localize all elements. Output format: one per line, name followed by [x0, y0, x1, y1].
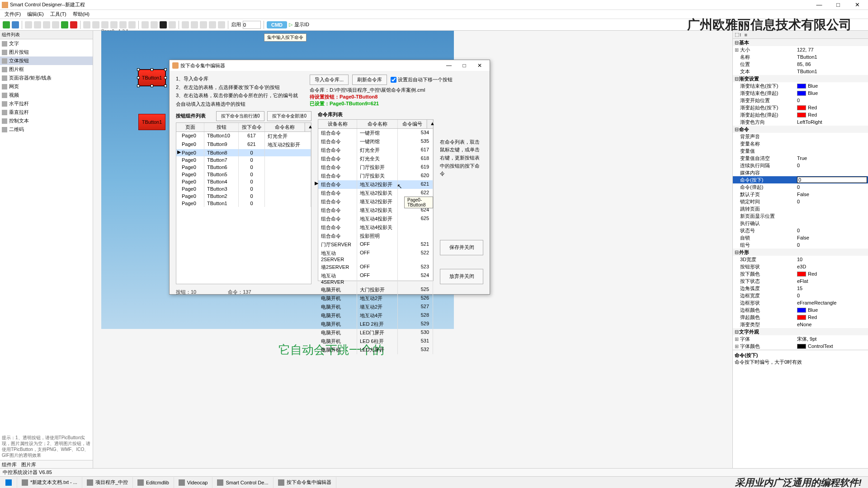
prop-row[interactable]: 变量值 [733, 147, 868, 155]
close-button[interactable]: ✕ [848, 0, 866, 9]
button-row[interactable]: Page0TButton40 [176, 178, 311, 185]
prop-row[interactable]: 边框颜色Blue [733, 306, 868, 314]
tb-icon[interactable] [25, 21, 32, 28]
component-item[interactable]: 页面容器/矩形/线条 [0, 74, 93, 82]
prop-row[interactable]: ⊞大小122, 77 [733, 46, 868, 53]
prop-row[interactable]: 渐变色方向LeftToRight [733, 118, 868, 126]
command-row[interactable]: 电脑开机地互动4开528 [318, 311, 433, 320]
auto-next-checkbox[interactable]: 设置后自动下移一个按钮 [391, 76, 453, 83]
command-row[interactable]: 组合命令灯光全开617 [318, 146, 433, 155]
command-row[interactable]: 电脑开机墙互动2开527 [318, 303, 433, 311]
command-row[interactable]: 电脑开机LED 2柱开529 [318, 320, 433, 328]
prop-row[interactable]: 按下颜色Red [733, 270, 868, 277]
prop-row[interactable]: 边角弧度15 [733, 285, 868, 292]
taskbar-item[interactable]: Editcmdlib [133, 477, 174, 488]
prop-row[interactable]: 按下状态eFlat [733, 277, 868, 285]
command-row[interactable]: ▶组合命令地互动2投影开621 [318, 180, 433, 189]
button-row[interactable]: Page0TButton10 [176, 200, 311, 207]
command-row[interactable]: 电脑开机LED门屏开530 [318, 328, 433, 337]
menu-tools[interactable]: 工具(T) [47, 10, 69, 19]
prop-row[interactable]: 命令(弹起)0 [733, 183, 868, 191]
prop-row[interactable]: 名称TButton1 [733, 53, 868, 61]
button-row[interactable]: Page0TButton20 [176, 192, 311, 200]
tb-align-icon[interactable] [92, 21, 99, 28]
command-row[interactable]: 组合命令地互动4投影开625 [318, 215, 433, 223]
tb-htick-icon[interactable] [182, 21, 189, 28]
prop-row[interactable]: 自锁False [733, 234, 868, 241]
clear-current-button[interactable]: 按下命令当前行清0 [216, 111, 265, 121]
dialog-maximize[interactable]: □ [457, 61, 472, 70]
tab-images[interactable]: 图片库 [21, 461, 36, 468]
tbutton2-shape[interactable]: TButton1 [138, 114, 165, 130]
command-row[interactable]: 门厅SERVEROFF521 [318, 240, 433, 249]
refresh-lib-button[interactable]: 刷新命令库 [352, 75, 387, 85]
tb-delete-icon[interactable] [70, 21, 77, 28]
component-item[interactable]: 水平拉杆 [0, 99, 93, 108]
command-row[interactable]: 组合命令投影照明 [318, 232, 433, 240]
component-item[interactable]: 立体按钮 [0, 56, 93, 65]
prop-row[interactable]: 命令(按下)0 [733, 176, 868, 183]
component-item[interactable]: 垂直拉杆 [0, 108, 93, 117]
prop-row[interactable]: 位置85, 86 [733, 61, 868, 68]
tb-paste-icon[interactable] [52, 21, 59, 28]
command-row[interactable]: 地互动2SERVEROFF522 [318, 249, 433, 263]
prop-row[interactable]: 按钮形状e3D [733, 263, 868, 270]
tab-components[interactable]: 组件库 [2, 461, 17, 468]
prop-row[interactable]: 3D宽度10 [733, 256, 868, 263]
prop-row[interactable]: 渐变起始色(按下)Red [733, 104, 868, 111]
command-row[interactable]: 电脑开机LED 6柱开531 [318, 337, 433, 346]
command-row[interactable]: 电脑开机LED大屏开532 [318, 346, 433, 354]
command-row[interactable]: 组合命令门厅投影开619 [318, 163, 433, 172]
component-item[interactable]: 视频 [0, 91, 93, 99]
command-row[interactable]: 电脑开机大门投影开525 [318, 286, 433, 294]
button-row[interactable]: Page0TButton50 [176, 171, 311, 178]
tb-align3-icon[interactable] [110, 21, 118, 28]
command-row[interactable]: 组合命令地互动4投影关 [318, 223, 433, 232]
command-row[interactable]: 组合命令一键开馆534 [318, 129, 433, 137]
start-button[interactable] [0, 477, 17, 488]
tb-new-icon[interactable] [3, 21, 10, 28]
prop-row[interactable]: ⊞字体颜色ControlText [733, 343, 868, 350]
button-row[interactable]: Page0TButton10617灯光全开 [176, 132, 311, 141]
tb-bars-icon[interactable] [209, 21, 216, 28]
save-close-button[interactable]: 保存并关闭 [440, 240, 483, 255]
prop-row[interactable]: 默认子页False [733, 191, 868, 198]
prop-row[interactable]: 边框形状eFrameRectangle [733, 299, 868, 306]
prop-row[interactable]: 连续执行间隔0 [733, 162, 868, 169]
tb-align5-icon[interactable] [128, 21, 136, 28]
prop-row[interactable]: 渐变起始色(弹起)Red [733, 111, 868, 118]
tb-layout-icon[interactable] [83, 21, 90, 28]
tb-ungroup-icon[interactable] [151, 21, 158, 28]
tb-line-icon[interactable] [169, 21, 176, 28]
tb-align4-icon[interactable] [119, 21, 127, 28]
menu-file[interactable]: 文件(F) [2, 10, 24, 19]
clear-all-button[interactable]: 按下命令全部清0 [267, 111, 311, 121]
command-row[interactable]: 组合命令灯光全关618 [318, 155, 433, 163]
discard-close-button[interactable]: 放弃并关闭 [440, 269, 483, 284]
taskbar-item[interactable]: Smart Control De... [212, 477, 273, 488]
button-row[interactable]: Page0TButton30 [176, 185, 311, 192]
tb-check-icon[interactable] [61, 21, 68, 28]
button-row[interactable]: ▶Page0TButton80 [176, 149, 311, 156]
prop-row[interactable]: 组号0 [733, 241, 868, 249]
prop-row[interactable]: 执行确认 [733, 220, 868, 227]
tb-card-icon[interactable] [218, 21, 225, 28]
showid-button[interactable]: 显示ID [294, 21, 309, 28]
command-row[interactable]: 组合命令门厅投影关620 [318, 172, 433, 180]
button-row[interactable]: Page0TButton70 [176, 156, 311, 164]
prop-row[interactable]: 变量值自清空True [733, 155, 868, 162]
prop-category[interactable]: ⊟外形 [733, 249, 868, 256]
minimize-button[interactable]: — [810, 0, 828, 9]
component-item[interactable]: 二维码 [0, 125, 93, 134]
prop-category[interactable]: ⊟文字外观 [733, 328, 868, 335]
tb-open-icon[interactable] [12, 21, 19, 28]
taskbar-item[interactable]: 项目程序_中控 [82, 477, 133, 488]
component-item[interactable]: 图片框 [0, 65, 93, 74]
taskbar-item[interactable]: *新建文本文档.txt - ... [17, 477, 82, 488]
prop-row[interactable]: 锁定时间0 [733, 198, 868, 205]
play-icon[interactable]: ▷ [289, 22, 292, 28]
prop-row[interactable]: 媒体内容 [733, 169, 868, 176]
command-row[interactable]: 地互动4SERVEROFF524 [318, 272, 433, 286]
import-lib-button[interactable]: 导入命令库... [310, 75, 349, 85]
command-row[interactable]: 组合命令一键闭馆535 [318, 137, 433, 146]
